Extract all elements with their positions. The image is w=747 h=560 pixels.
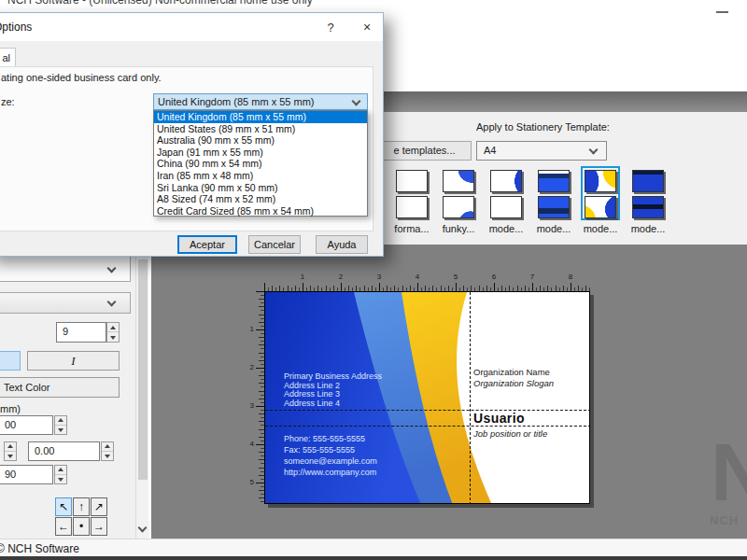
width-stepper[interactable] xyxy=(4,441,17,461)
spin-down-icon[interactable] xyxy=(5,452,16,461)
card-size-combobox[interactable]: United Kingdom (85 mm x 55 mm) xyxy=(153,93,368,110)
dropdown-option[interactable]: Iran (85 mm x 48 mm) xyxy=(154,170,367,182)
window-title: NCH Software - (Unlicensed) Non-commerci… xyxy=(7,0,313,7)
position-x-input[interactable]: 00 xyxy=(0,415,53,435)
card-contact-line: Fax: 555-555-5555 xyxy=(284,445,377,456)
thumbnail-label: mode... xyxy=(627,223,669,234)
card-size-label: ze: xyxy=(1,96,15,107)
thumbnail-label: funky... xyxy=(437,223,480,234)
align-left-button[interactable]: ← xyxy=(55,517,72,536)
apply-template-label: Apply to Stationery Template: xyxy=(476,121,610,133)
text-properties-panel: 9 I Text Color mm) 00 0.00 90 xyxy=(0,245,135,539)
h-ruler-tick-label: 7 xyxy=(528,273,537,281)
close-icon[interactable]: × xyxy=(356,19,378,37)
help-button[interactable]: Ayuda xyxy=(316,235,368,254)
position-x-value: 00 xyxy=(5,419,16,430)
chevron-down-icon xyxy=(352,97,361,106)
paper-size-value: A4 xyxy=(484,145,496,156)
align-right-button[interactable]: → xyxy=(91,517,107,536)
spin-down-icon[interactable] xyxy=(55,426,66,435)
template-thumbnail-funky[interactable]: funky... xyxy=(437,166,480,234)
dropdown-option[interactable]: Japan (91 mm x 55 mm) xyxy=(154,147,367,159)
options-dialog: Options ? × al ating one-sided business … xyxy=(0,12,384,257)
spin-up-icon[interactable] xyxy=(107,323,119,332)
align-top-right-button[interactable]: ↗ xyxy=(91,497,107,516)
bold-button[interactable] xyxy=(0,351,21,371)
scrollbar-thumb[interactable] xyxy=(138,259,148,480)
position-y-stepper[interactable] xyxy=(101,441,114,461)
chevron-down-icon xyxy=(107,264,117,273)
horizontal-ruler xyxy=(264,283,591,291)
accept-button[interactable]: Aceptar xyxy=(177,235,237,254)
template-thumbnail-modern-4[interactable]: mode... xyxy=(627,166,669,234)
h-ruler-tick-label: 1 xyxy=(298,273,307,281)
dropdown-option[interactable]: A8 Sized (74 mm x 52 mm) xyxy=(154,193,367,205)
font-family-combobox[interactable] xyxy=(0,256,131,282)
card-person-name[interactable]: Usuario xyxy=(473,411,525,426)
align-top-button[interactable]: ↑ xyxy=(73,497,90,516)
h-ruler-tick-label: 5 xyxy=(451,273,460,281)
vertical-ruler xyxy=(256,291,264,504)
spin-up-icon[interactable] xyxy=(102,442,113,452)
font-size-input[interactable]: 9 xyxy=(56,322,106,343)
italic-button[interactable]: I xyxy=(27,351,120,371)
copyright-text: © NCH Software xyxy=(0,542,79,555)
font-size-stepper[interactable] xyxy=(106,322,120,343)
business-card-preview[interactable]: Primary Business Address Address Line 2 … xyxy=(264,291,590,504)
position-x-stepper[interactable] xyxy=(54,415,67,435)
rotation-stepper[interactable] xyxy=(54,465,67,484)
text-frame-guide-vertical xyxy=(470,292,471,504)
align-center-button[interactable]: • xyxy=(73,517,90,536)
card-preview-front xyxy=(538,170,570,192)
spin-up-icon[interactable] xyxy=(55,416,66,426)
card-preview-back xyxy=(632,196,664,218)
spin-up-icon[interactable] xyxy=(55,466,66,475)
dropdown-option[interactable]: United Kingdom (85 mm x 55 mm) xyxy=(154,111,367,123)
card-preview-front xyxy=(490,170,522,192)
design-canvas[interactable]: 1 2 3 4 5 6 7 8 1 2 3 4 5 N NCH xyxy=(151,245,747,539)
template-thumbnail-formal[interactable]: forma... xyxy=(390,166,433,234)
paper-size-combobox[interactable]: A4 xyxy=(476,141,607,161)
position-y-input[interactable]: 0.00 xyxy=(28,441,100,461)
card-preview-back xyxy=(396,196,428,218)
template-thumbnail-modern-3-selected[interactable]: mode... xyxy=(579,166,622,234)
card-organization-name[interactable]: Organization Name xyxy=(473,367,550,377)
text-color-button[interactable]: Text Color xyxy=(0,377,120,398)
rotation-input[interactable]: 90 xyxy=(0,465,53,484)
spin-up-icon[interactable] xyxy=(5,442,16,452)
card-job-title[interactable]: Job position or title xyxy=(473,428,547,439)
spin-down-icon[interactable] xyxy=(107,332,119,342)
font-style-combobox[interactable] xyxy=(0,292,131,314)
card-preview-back xyxy=(490,196,522,218)
dropdown-option[interactable]: Australia (90 mm x 55 mm) xyxy=(154,134,367,147)
h-ruler-tick-label: 2 xyxy=(336,273,345,281)
dropdown-option[interactable]: Sri Lanka (90 mm x 50 mm) xyxy=(154,182,367,194)
text-frame-guide-horizontal xyxy=(265,410,590,411)
card-address-block[interactable]: Primary Business Address Address Line 2 … xyxy=(284,372,382,408)
panel-scrollbar[interactable] xyxy=(135,245,148,539)
thumbnail-label: mode... xyxy=(532,223,575,234)
tab-general[interactable]: al xyxy=(0,48,16,67)
card-organization-slogan[interactable]: Organization Slogan xyxy=(473,378,554,388)
more-templates-button[interactable]: e templates... xyxy=(377,141,472,161)
template-thumbnail-modern-2[interactable]: mode... xyxy=(532,166,575,234)
dropdown-option[interactable]: Credit Card Sized (85 mm x 54 mm) xyxy=(154,205,367,217)
dialog-note-text: ating one-sided business card only. xyxy=(1,72,162,83)
dialog-help-button[interactable]: ? xyxy=(320,19,341,37)
dropdown-option[interactable]: United States (89 mm x 51 mm) xyxy=(154,123,367,135)
spin-down-icon[interactable] xyxy=(102,452,113,461)
dropdown-option[interactable]: China (90 mm x 54 mm) xyxy=(154,158,367,170)
template-thumbnail-modern-1[interactable]: mode... xyxy=(485,166,528,234)
spin-down-icon[interactable] xyxy=(55,475,66,484)
card-preview-front xyxy=(396,170,428,192)
card-preview-front xyxy=(632,170,664,192)
thumbnail-label: forma... xyxy=(390,223,433,234)
thumbnail-label: mode... xyxy=(485,223,528,234)
rotation-value: 90 xyxy=(5,469,16,480)
cancel-button[interactable]: Cancelar xyxy=(248,235,301,254)
text-frame-guide-horizontal xyxy=(265,426,590,427)
minimize-button[interactable] xyxy=(716,11,728,13)
card-contact-block[interactable]: Phone: 555-555-5555 Fax: 555-555-5555 so… xyxy=(284,434,377,479)
scrollbar-down-button[interactable] xyxy=(136,521,149,538)
align-top-left-button[interactable]: ↖ xyxy=(55,497,72,516)
